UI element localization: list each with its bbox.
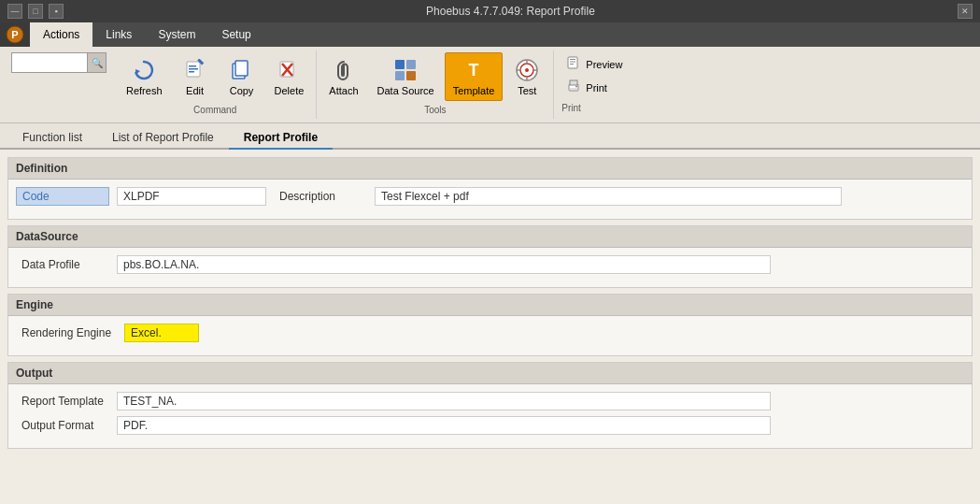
search-button[interactable]: 🔍 [87, 53, 106, 72]
preview-icon [567, 56, 580, 72]
template-button[interactable]: T Template [445, 52, 504, 101]
svg-rect-31 [570, 80, 577, 85]
restore-button[interactable]: ▪ [49, 4, 64, 19]
tools-group: Attach Data Source [317, 50, 554, 119]
svg-rect-6 [189, 71, 194, 73]
print-label: Print [586, 82, 607, 94]
title-bar-left: — □ ▪ [7, 4, 64, 19]
output-format-row: Output Format PDF. [16, 416, 964, 435]
engine-section: Engine Rendering Engine Excel. [7, 294, 973, 356]
edit-button[interactable]: Edit [173, 52, 218, 101]
definition-body: Code XLPDF Description Test Flexcel + pd… [8, 180, 972, 219]
svg-rect-4 [189, 65, 196, 67]
title-bar: — □ ▪ Phoebus 4.7.7.049: Report Profile … [0, 0, 980, 22]
svg-rect-15 [395, 71, 405, 80]
close-button[interactable]: ✕ [958, 4, 973, 19]
tools-group-label: Tools [424, 103, 446, 117]
copy-button[interactable]: Copy [220, 52, 264, 101]
data-profile-value: pbs.BO.LA.NA. [117, 255, 771, 274]
menu-bar: P Actions Links System Setup [0, 22, 980, 47]
search-box: 🔍 [11, 52, 107, 73]
menu-setup[interactable]: Setup [208, 22, 263, 47]
refresh-button[interactable]: Refresh [118, 52, 171, 101]
app-logo: P [0, 22, 30, 47]
datasource-icon [392, 57, 419, 83]
print-group: Preview Print Print [554, 50, 635, 119]
output-format-label: Output Format [16, 417, 109, 434]
output-body: Report Template TEST_NA. Output Format P… [8, 384, 972, 448]
datasource-body: Data Profile pbs.BO.LA.NA. [8, 248, 972, 287]
refresh-icon [131, 57, 157, 83]
report-template-label: Report Template [16, 393, 109, 410]
code-row: Code XLPDF Description Test Flexcel + pd… [16, 187, 964, 206]
svg-rect-5 [189, 68, 198, 70]
attach-label: Attach [329, 85, 358, 96]
description-value: Test Flexcel + pdf [375, 187, 842, 206]
svg-text:T: T [468, 61, 478, 79]
svg-rect-27 [570, 59, 575, 60]
tab-report-profile[interactable]: Report Profile [229, 127, 333, 150]
menu-system[interactable]: System [145, 22, 208, 47]
code-label: Code [16, 187, 109, 206]
menu-links[interactable]: Links [92, 22, 145, 47]
tab-list-report-profile[interactable]: List of Report Profile [97, 127, 229, 150]
svg-marker-2 [135, 69, 140, 75]
minimize-button[interactable]: — [7, 4, 22, 19]
delete-icon [276, 57, 302, 83]
svg-rect-29 [570, 64, 574, 65]
preview-label: Preview [586, 59, 622, 70]
command-group: Refresh Edit [114, 50, 317, 119]
rendering-engine-label: Rendering Engine [16, 324, 117, 341]
data-profile-row: Data Profile pbs.BO.LA.NA. [16, 255, 964, 274]
delete-label: Delete [275, 85, 305, 96]
test-label: Test [518, 85, 536, 96]
svg-rect-16 [406, 71, 416, 80]
attach-button[interactable]: Attach [320, 52, 366, 101]
svg-rect-14 [406, 60, 416, 69]
datasource-section: DataSource Data Profile pbs.BO.LA.NA. [7, 225, 973, 288]
code-value: XLPDF [117, 187, 266, 206]
description-label: Description [274, 188, 367, 205]
command-group-label: Command [193, 103, 236, 117]
menu-actions[interactable]: Actions [30, 22, 92, 47]
refresh-label: Refresh [126, 85, 163, 96]
edit-label: Edit [186, 85, 204, 96]
tabs-bar: Function list List of Report Profile Rep… [0, 123, 980, 150]
search-input[interactable] [12, 57, 87, 68]
copy-icon [229, 57, 255, 83]
datasource-button[interactable]: Data Source [369, 52, 443, 101]
content-area: Definition Code XLPDF Description Test F… [0, 150, 980, 504]
svg-rect-9 [235, 61, 248, 76]
app-title: Phoebus 4.7.7.049: Report Profile [64, 5, 958, 18]
template-label: Template [453, 85, 495, 96]
print-group-label: Print [561, 101, 628, 115]
print-button[interactable]: Print [561, 78, 628, 97]
rendering-engine-value: Excel. [124, 324, 199, 342]
datasource-header: DataSource [8, 226, 972, 248]
definition-section: Definition Code XLPDF Description Test F… [7, 157, 973, 220]
datasource-label: Data Source [377, 85, 434, 96]
test-icon [514, 57, 540, 83]
report-template-row: Report Template TEST_NA. [16, 392, 964, 410]
attach-icon [331, 57, 357, 83]
output-section: Output Report Template TEST_NA. Output F… [7, 362, 973, 449]
report-template-value: TEST_NA. [117, 392, 771, 410]
maximize-button[interactable]: □ [28, 4, 43, 19]
svg-rect-13 [395, 60, 405, 69]
delete-button[interactable]: Delete [266, 52, 313, 101]
output-header: Output [8, 363, 972, 384]
svg-text:P: P [11, 29, 18, 40]
edit-icon [182, 57, 208, 83]
engine-body: Rendering Engine Excel. [8, 316, 972, 355]
rendering-engine-row: Rendering Engine Excel. [16, 324, 964, 342]
svg-rect-32 [570, 88, 577, 90]
svg-rect-28 [570, 62, 575, 63]
template-icon: T [461, 57, 487, 83]
toolbar: 🔍 Refresh [0, 47, 980, 123]
engine-header: Engine [8, 295, 972, 316]
preview-button[interactable]: Preview [561, 54, 628, 74]
tab-function-list[interactable]: Function list [7, 127, 97, 150]
data-profile-label: Data Profile [16, 256, 109, 273]
window-controls: ✕ [958, 4, 973, 19]
test-button[interactable]: Test [504, 52, 549, 101]
